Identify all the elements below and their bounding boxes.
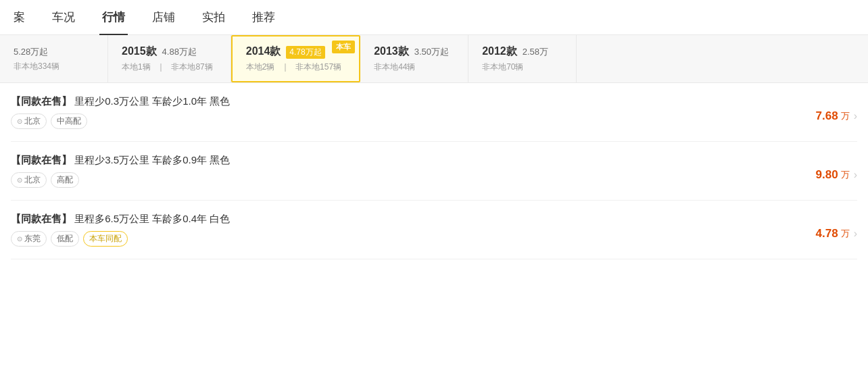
listing-1-tag-location: ⊙ 北京 [11,113,47,129]
listing-right-1: 7.68 万 › [816,109,857,123]
year-2014-sep: ｜ [281,62,289,72]
listing-1-bracket: 【同款在售】 [11,95,72,107]
listing-title-1: 【同款在售】 里程少0.3万公里 车龄少1.0年 黑色 [11,95,816,108]
listing-left-2: 【同款在售】 里程少3.5万公里 车龄多0.9年 黑色 ⊙ 北京 高配 [11,154,816,196]
listing-1-unit: 万 [841,110,850,122]
tab-case[interactable]: 案 [11,0,28,34]
tab-market[interactable]: 行情 [99,0,128,34]
listing-3-price: 4.78 [816,227,838,240]
year-2015-nonlocal-count: 非本地87辆 [171,62,212,72]
listing-2-tags: ⊙ 北京 高配 [11,172,816,196]
year-card-2016[interactable]: 5.28万起 非本地334辆 [0,35,108,82]
year-2014-label: 2014款 [246,45,281,59]
listings-container: 【同款在售】 里程少0.3万公里 车龄少1.0年 黑色 ⊙ 北京 中高配 7.6… [0,83,868,259]
listing-2-bracket: 【同款在售】 [11,154,72,166]
year-2013-label: 2013款 [374,45,409,59]
listing-1-tag-location-text: 北京 [24,116,41,127]
year-card-2014[interactable]: 本车 2014款 4.78万起 本地2辆 ｜ 非本地157辆 [231,35,360,82]
listing-3-tags: ⊙ 东莞 低配 本车同配 [11,231,816,255]
year-2016-nonlocal: 非本地334辆 [14,61,59,71]
listing-3-desc: 里程多6.5万公里 车龄多0.4年 白色 [74,213,230,224]
tab-store[interactable]: 店铺 [149,0,178,34]
year-card-2012[interactable]: 2012款 2.58万 非本地70辆 [468,35,577,82]
listing-2-desc: 里程少3.5万公里 车龄多0.9年 黑色 [74,154,230,166]
year-card-2013[interactable]: 2013款 3.50万起 非本地44辆 [360,35,468,82]
year-2013-price: 3.50万起 [414,46,449,58]
listing-2-tag-config-text: 高配 [57,174,73,186]
year-2015-local: 本地1辆 [122,62,151,72]
listing-item-1[interactable]: 【同款在售】 里程少0.3万公里 车龄少1.0年 黑色 ⊙ 北京 中高配 7.6… [11,83,857,142]
listing-1-tags: ⊙ 北京 中高配 [11,113,816,137]
listing-item-2[interactable]: 【同款在售】 里程少3.5万公里 车龄多0.9年 黑色 ⊙ 北京 高配 9.80… [11,142,857,201]
year-2014-price: 4.78万起 [286,46,324,59]
tab-condition[interactable]: 车况 [49,0,78,34]
listing-1-chevron-icon: › [854,110,857,122]
listing-3-bracket: 【同款在售】 [11,213,72,224]
listing-2-tag-location-text: 北京 [24,174,41,186]
listing-1-tag-config: 中高配 [51,113,87,129]
year-2014-local: 本地2辆 [246,62,275,72]
location-icon: ⊙ [17,118,22,125]
listing-3-tag-location: ⊙ 东莞 [11,231,47,247]
year-2015-price: 4.88万起 [162,46,197,58]
listing-left-3: 【同款在售】 里程多6.5万公里 车龄多0.4年 白色 ⊙ 东莞 低配 本车同配 [11,213,816,255]
year-2012-nonlocal: 非本地70辆 [482,62,523,72]
year-card-2015[interactable]: 2015款 4.88万起 本地1辆 ｜ 非本地87辆 [108,35,231,82]
year-selector-row: 5.28万起 非本地334辆 2015款 4.88万起 本地1辆 ｜ 非本地87… [0,35,868,83]
listing-3-tag-thiscar-text: 本车同配 [89,233,122,245]
listing-2-price: 9.80 [816,168,838,182]
tab-photo[interactable]: 实拍 [199,0,228,34]
listing-2-tag-location: ⊙ 北京 [11,172,47,188]
listing-3-tag-config: 低配 [51,231,79,247]
year-2015-label: 2015款 [122,45,157,59]
listing-item-3[interactable]: 【同款在售】 里程多6.5万公里 车龄多0.4年 白色 ⊙ 东莞 低配 本车同配… [11,201,857,259]
listing-1-price: 7.68 [816,109,838,123]
nav-tabs: 案 车况 行情 店铺 实拍 推荐 [0,0,868,35]
listing-1-tag-config-text: 中高配 [57,116,81,127]
listing-3-chevron-icon: › [854,228,857,240]
listing-title-3: 【同款在售】 里程多6.5万公里 车龄多0.4年 白色 [11,213,816,226]
listing-left-1: 【同款在售】 里程少0.3万公里 车龄少1.0年 黑色 ⊙ 北京 中高配 [11,95,816,137]
listing-2-tag-config: 高配 [51,172,79,188]
year-2015-nonlocal: ｜ [157,62,165,72]
listing-right-3: 4.78 万 › [816,227,857,240]
listing-2-chevron-icon: › [854,169,857,181]
year-2012-label: 2012款 [482,45,517,59]
year-2014-nonlocal: 非本地157辆 [295,62,341,72]
listing-2-unit: 万 [841,169,850,181]
listing-3-tag-config-text: 低配 [57,233,73,245]
listing-title-2: 【同款在售】 里程少3.5万公里 车龄多0.9年 黑色 [11,154,816,167]
year-2016-price: 5.28万起 [14,46,48,58]
this-car-badge: 本车 [332,41,355,53]
listing-3-tag-location-text: 东莞 [24,233,41,245]
year-2013-nonlocal: 非本地44辆 [374,62,415,72]
listing-right-2: 9.80 万 › [816,168,857,182]
year-2012-price: 2.58万 [523,46,548,58]
location-icon-3: ⊙ [17,235,22,243]
listing-3-tag-thiscar: 本车同配 [83,231,128,247]
listing-3-unit: 万 [841,228,850,240]
tab-recommend[interactable]: 推荐 [249,0,278,34]
location-icon-2: ⊙ [17,176,22,184]
listing-1-desc: 里程少0.3万公里 车龄少1.0年 黑色 [74,95,230,107]
